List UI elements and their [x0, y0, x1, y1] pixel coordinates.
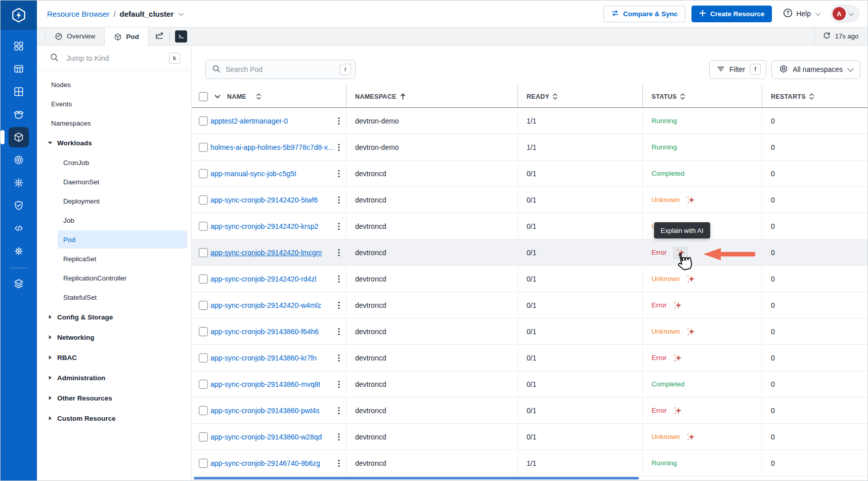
- kebab-menu-icon[interactable]: [338, 433, 340, 441]
- row-checkbox[interactable]: [199, 406, 208, 415]
- code-icon[interactable]: [9, 218, 29, 238]
- pod-name-link[interactable]: holmes-ai-app-holmes-5b9778c7d8-xvhnh: [210, 143, 338, 151]
- sidebar-item-daemonset[interactable]: DaemonSet: [37, 172, 191, 191]
- kebab-menu-icon[interactable]: [338, 275, 340, 283]
- row-checkbox[interactable]: [199, 459, 208, 468]
- jump-to-kind-search[interactable]: Jump to Kind k: [37, 46, 191, 71]
- row-checkbox[interactable]: [199, 116, 208, 126]
- stack-manager-icon[interactable]: [9, 273, 29, 294]
- ai-sparkle-icon[interactable]: [686, 195, 695, 205]
- sidebar-group-workloads[interactable]: Workloads: [37, 133, 191, 153]
- pod-name-link[interactable]: app-sync-cronjob-29142420-krsp2: [210, 222, 318, 230]
- sidebar-item-replicaset[interactable]: ReplicaSet: [37, 249, 191, 268]
- bulk-select-chevron-icon[interactable]: [214, 95, 221, 99]
- kebab-menu-icon[interactable]: [338, 354, 340, 362]
- pod-name-link[interactable]: app-sync-cronjob-29142420-w4mlz: [210, 301, 321, 309]
- kebab-menu-icon[interactable]: [338, 407, 340, 415]
- kebab-menu-icon[interactable]: [338, 328, 340, 336]
- pod-name-link[interactable]: app-sync-cronjob-29143860-mvq8t: [210, 380, 320, 388]
- row-checkbox[interactable]: [199, 143, 208, 152]
- tab-overview[interactable]: Overview: [45, 27, 105, 45]
- release-target-icon[interactable]: [9, 150, 29, 170]
- breadcrumb-resource-browser[interactable]: Resource Browser: [47, 10, 109, 18]
- settings-gear-icon[interactable]: [9, 241, 29, 261]
- ai-sparkle-icon[interactable]: [673, 301, 682, 310]
- create-resource-button[interactable]: Create Resource: [691, 6, 772, 22]
- user-menu[interactable]: A: [831, 5, 859, 22]
- kebab-menu-icon[interactable]: [338, 222, 340, 230]
- row-checkbox[interactable]: [199, 380, 208, 389]
- kebab-menu-icon[interactable]: [338, 170, 340, 178]
- ai-sparkle-icon[interactable]: [673, 406, 682, 415]
- kebab-menu-icon[interactable]: [338, 301, 340, 309]
- select-all-checkbox[interactable]: [199, 92, 208, 101]
- sidebar-group-rbac[interactable]: RBAC: [37, 347, 191, 368]
- chart-store-icon[interactable]: [9, 104, 29, 125]
- sidebar-group-networking[interactable]: Networking: [37, 327, 191, 347]
- sidebar-item-deployment[interactable]: Deployment: [37, 191, 191, 211]
- pod-search-box[interactable]: r: [205, 60, 356, 79]
- row-checkbox[interactable]: [199, 353, 208, 363]
- pod-name-link[interactable]: app-sync-cronjob-29146740-9b6zg: [210, 459, 320, 467]
- sidebar-group-custom-resource[interactable]: Custom Resource: [37, 408, 191, 428]
- row-checkbox[interactable]: [199, 169, 208, 178]
- tab-pod[interactable]: Pod: [105, 27, 149, 46]
- kebab-menu-icon[interactable]: [338, 380, 340, 388]
- devtron-logo[interactable]: [1, 1, 37, 30]
- row-checkbox[interactable]: [199, 301, 208, 310]
- horizontal-scrollbar[interactable]: [194, 477, 639, 479]
- pod-name-link[interactable]: app-sync-cronjob-29142420-rd4zl: [210, 275, 316, 283]
- applications-grid-icon[interactable]: [9, 36, 29, 56]
- row-checkbox[interactable]: [199, 432, 208, 442]
- sidebar-item-replicationcontroller[interactable]: ReplicationController: [37, 268, 191, 288]
- filter-button[interactable]: Filter f: [709, 60, 766, 79]
- ai-sparkle-icon[interactable]: [673, 353, 682, 363]
- sidebar-item-cronjob[interactable]: CronJob: [37, 153, 191, 172]
- help-menu[interactable]: ? Help: [783, 8, 820, 19]
- row-checkbox[interactable]: [199, 248, 208, 257]
- metrics-chart-icon[interactable]: [155, 30, 164, 42]
- ai-sparkle-icon[interactable]: [686, 327, 695, 336]
- pod-name-link[interactable]: app-sync-cronjob-29142420-5twf6: [210, 196, 318, 204]
- pod-name-link[interactable]: app-sync-cronjob-29143860-w28qd: [210, 433, 322, 441]
- namespace-selector[interactable]: All namespaces: [771, 60, 860, 79]
- refresh-status[interactable]: 17s ago: [814, 27, 867, 45]
- pod-name-link[interactable]: app-manual-sync-job-c5g5t: [210, 170, 296, 178]
- sidebar-item-statefulset[interactable]: StatefulSet: [37, 288, 191, 307]
- sidebar-item-job[interactable]: Job: [37, 211, 191, 230]
- pod-name-link[interactable]: app-sync-cronjob-29143860-pwt4s: [210, 407, 320, 415]
- sidebar-group-other-resources[interactable]: Other Resources: [37, 388, 191, 408]
- column-header-name[interactable]: NAME: [192, 86, 346, 107]
- column-header-ready[interactable]: READY: [517, 86, 642, 107]
- sidebar-item-pod[interactable]: Pod: [37, 230, 191, 249]
- pod-search-input[interactable]: [226, 65, 340, 73]
- jobs-table-icon[interactable]: [9, 59, 29, 79]
- row-checkbox[interactable]: [199, 274, 208, 284]
- sidebar-item-nodes[interactable]: Nodes: [37, 75, 191, 94]
- sidebar-group-administration[interactable]: Administration: [37, 368, 191, 388]
- sidebar-item-events[interactable]: Events: [37, 94, 191, 113]
- cluster-chevron-down-icon[interactable]: [179, 10, 184, 15]
- cluster-icon[interactable]: [9, 173, 29, 193]
- terminal-button[interactable]: [175, 30, 187, 43]
- ai-sparkle-icon[interactable]: [686, 432, 695, 442]
- column-header-namespace[interactable]: NAMESPACE: [346, 86, 517, 107]
- kebab-menu-icon[interactable]: [338, 143, 340, 151]
- pod-name-link[interactable]: app-sync-cronjob-29142420-lmcgm: [210, 249, 322, 257]
- compare-sync-button[interactable]: Compare & Sync: [603, 6, 685, 22]
- sidebar-item-namespaces[interactable]: Namespaces: [37, 113, 191, 133]
- pod-name-link[interactable]: app-sync-cronjob-29143860-kr7fn: [210, 354, 317, 362]
- row-checkbox[interactable]: [199, 195, 208, 205]
- resource-browser-icon[interactable]: [9, 127, 29, 147]
- kebab-menu-icon[interactable]: [338, 249, 340, 257]
- pod-name-link[interactable]: apptest2-alertmanager-0: [210, 117, 288, 125]
- kebab-menu-icon[interactable]: [338, 459, 340, 467]
- pod-name-link[interactable]: app-sync-cronjob-29143860-f64h6: [210, 328, 319, 336]
- sidebar-group-config-storage[interactable]: Config & Storage: [37, 307, 191, 327]
- column-header-restarts[interactable]: RESTARTS: [762, 86, 867, 107]
- row-checkbox[interactable]: [199, 222, 208, 231]
- row-checkbox[interactable]: [199, 327, 208, 336]
- ai-sparkle-icon[interactable]: [686, 274, 695, 284]
- security-shield-icon[interactable]: [9, 195, 29, 216]
- kebab-menu-icon[interactable]: [338, 117, 340, 125]
